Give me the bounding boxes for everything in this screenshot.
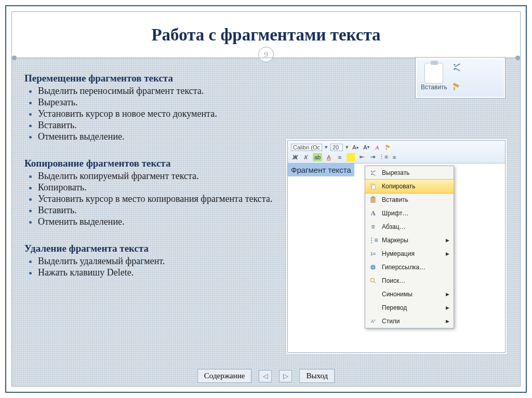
ctx-paste-label: Вставить	[382, 196, 408, 203]
bullets-icon[interactable]: ⋮≡	[379, 153, 388, 161]
list-item: Вставить.	[24, 120, 508, 131]
title-area: Работа с фрагментами текста 9	[12, 12, 520, 58]
bold-icon[interactable]: Ж	[291, 153, 299, 161]
ctx-translate-label: Перевод	[382, 304, 407, 311]
footer-nav: Содержание ◁ ▷ Выход	[12, 369, 520, 383]
ctx-synonyms[interactable]: Синонимы ▶	[365, 287, 454, 301]
slide-container: Работа с фрагментами текста 9 Вставить	[11, 11, 521, 387]
chevron-right-icon: ▶	[446, 251, 449, 256]
font-dialog-icon: A	[368, 209, 378, 218]
font-name-selector[interactable]: Calibri (Ос	[291, 144, 322, 151]
ctx-copy[interactable]: Копировать	[365, 179, 454, 194]
svg-rect-2	[371, 197, 375, 203]
ctx-bullets[interactable]: ⋮≡ Маркеры ▶	[365, 234, 454, 247]
list-item: Выделить переносимый фрагмент текста.	[24, 86, 508, 97]
section1-list: Выделить переносимый фрагмент текста. Вы…	[24, 86, 508, 142]
ctx-hyperlink[interactable]: Гиперссылка…	[365, 260, 454, 274]
chevron-right-icon: ▶	[446, 292, 449, 297]
list-item: Установить курсор в новое место документ…	[24, 108, 508, 119]
font-color-underline-icon[interactable]: A	[325, 153, 333, 161]
ctx-numbering-label: Нумерация	[382, 250, 415, 257]
ctx-copy-label: Копировать	[382, 183, 416, 190]
bullets-icon: ⋮≡	[368, 236, 378, 245]
svg-point-5	[370, 278, 374, 282]
chevron-right-icon: ▶	[446, 238, 449, 243]
blank-icon	[368, 303, 378, 312]
ctx-synonyms-label: Синонимы	[382, 291, 413, 298]
svg-rect-1	[372, 185, 376, 189]
decrease-indent-icon[interactable]: ⇤	[357, 153, 366, 161]
grow-font-icon[interactable]: A▴	[351, 143, 360, 152]
word-document-panel: Calibri (Ос ▾ 20 ▾ A▴ A▾ A Ж К ab A ≡	[287, 140, 506, 353]
numbering-icon[interactable]: ≡	[390, 153, 398, 161]
search-icon	[368, 276, 378, 285]
list-item: Вырезать.	[24, 97, 508, 108]
copy-icon	[368, 182, 378, 191]
ctx-bullets-label: Маркеры	[382, 237, 408, 244]
ctx-cut-label: Вырезать	[382, 169, 409, 176]
font-size-selector[interactable]: 20	[330, 144, 343, 151]
context-menu: Вырезать Копировать Вставить A Шрифт…	[365, 166, 454, 328]
align-center-icon[interactable]: ≡	[336, 153, 344, 161]
ctx-hyperlink-label: Гиперссылка…	[382, 264, 425, 271]
document-body[interactable]: Фрагмент текста Вырезать Копировать Вста…	[288, 163, 505, 352]
mini-toolbar: Calibri (Ос ▾ 20 ▾ A▴ A▾ A Ж К ab A ≡	[288, 141, 505, 163]
blank-icon	[368, 290, 378, 299]
clipboard-icon	[368, 195, 378, 204]
shading-icon[interactable]	[347, 153, 355, 161]
paragraph-icon: ≡	[368, 222, 378, 231]
italic-icon[interactable]: К	[302, 153, 310, 161]
styles-icon: Aª	[368, 317, 378, 326]
ctx-paragraph-label: Абзац…	[382, 223, 406, 230]
scissors-icon[interactable]	[451, 62, 462, 72]
ctx-find[interactable]: Поиск…	[365, 274, 454, 287]
hyperlink-icon	[368, 263, 378, 272]
ctx-paste[interactable]: Вставить	[365, 193, 454, 207]
next-button[interactable]: ▷	[279, 370, 292, 382]
ctx-translate[interactable]: Перевод ▶	[365, 301, 454, 314]
chevron-right-icon: ▶	[446, 319, 449, 324]
ctx-numbering[interactable]: 1≡ Нумерация ▶	[365, 247, 454, 260]
selected-text: Фрагмент текста	[288, 163, 354, 176]
svg-rect-3	[372, 197, 374, 198]
increase-indent-icon[interactable]: ⇥	[368, 153, 377, 161]
highlight-icon[interactable]: ab	[313, 153, 322, 161]
scissors-icon	[368, 168, 378, 177]
content-area: Вставить Перемещение фрагментов текста В…	[12, 60, 520, 287]
ctx-cut[interactable]: Вырезать	[365, 166, 454, 180]
ctx-find-label: Поиск…	[382, 277, 405, 284]
shrink-font-icon[interactable]: A▾	[362, 143, 370, 152]
ctx-styles[interactable]: Aª Стили ▶	[365, 314, 454, 328]
clipboard-icon	[424, 63, 443, 84]
exit-button[interactable]: Выход	[299, 369, 335, 383]
contents-button[interactable]: Содержание	[197, 369, 252, 383]
ctx-font-label: Шрифт…	[382, 210, 408, 217]
ctx-font[interactable]: A Шрифт…	[365, 207, 454, 220]
ctx-styles-label: Стили	[382, 318, 400, 325]
prev-button[interactable]: ◁	[259, 370, 272, 382]
ctx-paragraph[interactable]: ≡ Абзац…	[365, 220, 454, 234]
slide-title: Работа с фрагментами текста	[12, 25, 520, 45]
format-painter-small-icon[interactable]	[384, 143, 392, 152]
font-color-icon[interactable]: A	[373, 143, 381, 152]
chevron-right-icon: ▶	[446, 305, 449, 310]
numbering-icon: 1≡	[368, 249, 378, 258]
